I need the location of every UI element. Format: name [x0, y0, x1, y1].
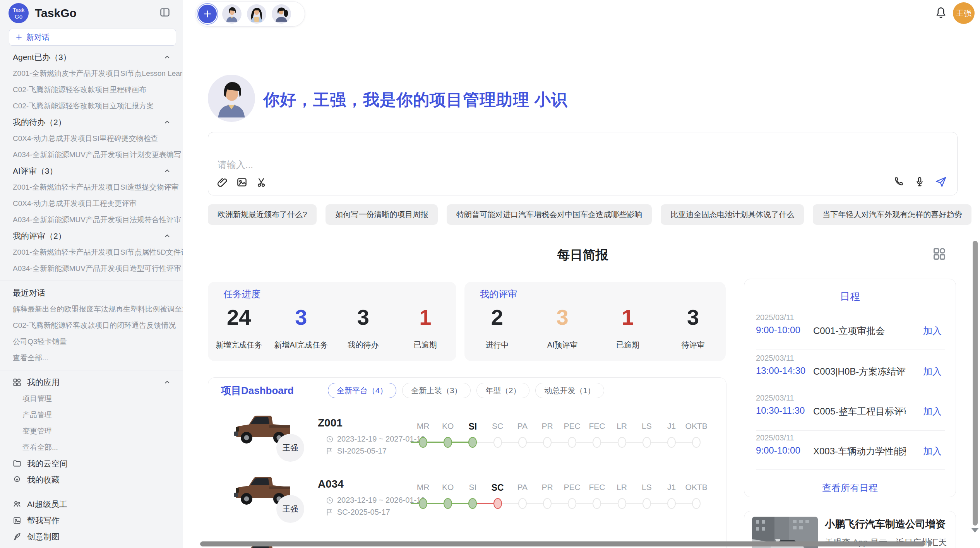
- join-meeting-link[interactable]: 加入: [923, 445, 942, 457]
- scissors-icon[interactable]: [255, 176, 267, 188]
- app-item-product-mgmt[interactable]: 产品管理: [0, 407, 183, 423]
- suggestion-chips: 欧洲新规最近颁布了什么? 如何写一份清晰的项目周报 特朗普可能对进口汽车增税会对…: [208, 204, 966, 225]
- voice-call-icon[interactable]: [893, 176, 905, 188]
- agent-avatar[interactable]: [272, 4, 291, 24]
- horizontal-scrollbar[interactable]: [200, 541, 925, 546]
- suggestion-chip[interactable]: 比亚迪全固态电池计划具体说了什么: [661, 204, 804, 225]
- scroll-down-arrow[interactable]: [971, 528, 979, 533]
- divider: [756, 430, 945, 431]
- recent-conversation-item[interactable]: 解释最新出台的欧盟报废车法规再生塑料比例被调至15%...: [0, 301, 183, 317]
- recent-conversation-item[interactable]: 公司Q3轻卡销量: [0, 334, 183, 350]
- dashboard-tabs: 全新平台（4） 全新上装（3） 年型（2） 动总开发（1）: [328, 383, 604, 398]
- tab-powertrain[interactable]: 动总开发（1）: [535, 383, 604, 398]
- daily-briefing-title: 每日简报: [208, 247, 958, 264]
- divider: [0, 492, 183, 492]
- sidebar-section-my-review[interactable]: 我的评审（2）: [0, 228, 183, 244]
- tab-new-platform[interactable]: 全新平台（4）: [328, 383, 396, 398]
- people-icon: [12, 500, 22, 509]
- join-meeting-link[interactable]: 加入: [923, 365, 942, 378]
- milestone-dot: [444, 437, 452, 448]
- message-input[interactable]: 请输入...: [208, 132, 958, 195]
- sidebar-item-creative-draw[interactable]: 创意制图: [0, 529, 183, 545]
- suggestion-chip[interactable]: 当下年轻人对汽车外观有怎样的喜好趋势: [813, 204, 971, 225]
- sidebar-item-cloud-space[interactable]: 我的云空间: [0, 456, 183, 472]
- new-chat-button[interactable]: 新对话: [9, 29, 176, 46]
- sidebar-item-help-write[interactable]: 帮我写作: [0, 512, 183, 529]
- conversation-item[interactable]: C02-飞腾新能源轻客改款项目立项汇报方案: [0, 98, 183, 114]
- sidebar-collapse-icon[interactable]: [159, 7, 170, 19]
- divider: [0, 281, 183, 281]
- task-progress-card: 任务进度 24新增完成任务 3新增AI完成任务 3我的待办 1已逾期: [208, 282, 456, 361]
- agent-switcher: [195, 1, 305, 27]
- conversation-item[interactable]: C02-飞腾新能源轻客改款项目里程碑画布: [0, 82, 183, 98]
- stat-label: AI预评审: [530, 340, 595, 350]
- milestone-dot: [543, 498, 552, 509]
- milestone-dot: [667, 498, 676, 509]
- schedule-time: 13:00-14:30: [756, 365, 805, 376]
- schedule-event-title: X003-车辆动力学性能验...: [813, 445, 906, 457]
- project-row[interactable]: 王强 Z001 2023-12-19 ~ 2027-01-19 SI-2025-…: [208, 407, 726, 468]
- join-meeting-link[interactable]: 加入: [923, 325, 942, 337]
- add-agent-button[interactable]: [198, 5, 217, 23]
- conversation-item[interactable]: Z001-全新燃油轻卡产品开发项目SI节点属性5D文件评审: [0, 244, 183, 260]
- user-avatar[interactable]: 王强: [953, 2, 975, 24]
- stat-label: 已逾期: [394, 340, 457, 350]
- conversation-item[interactable]: C0X4-动力总成开发项目工程变更评审: [0, 195, 183, 212]
- news-title: 小鹏飞行汽车制造公司增资: [825, 517, 946, 531]
- join-meeting-link[interactable]: 加入: [923, 405, 942, 418]
- view-all-conversations[interactable]: 查看全部...: [0, 350, 183, 366]
- view-all-schedule-link[interactable]: 查看所有日程: [744, 482, 956, 494]
- recent-conversation-item[interactable]: C02-飞腾新能源轻客改款项目的闭环通告反馈情况: [0, 317, 183, 334]
- tab-model-year[interactable]: 年型（2）: [476, 383, 529, 398]
- agent-avatar[interactable]: [247, 4, 266, 24]
- briefing-layout-icon[interactable]: [932, 247, 947, 263]
- sidebar-item-my-apps[interactable]: 我的应用: [0, 374, 183, 390]
- scroll-right-arrow[interactable]: [928, 539, 933, 547]
- schedule-date: 2025/03/11: [756, 313, 794, 322]
- sidebar-section-my-todo[interactable]: 我的待办（2）: [0, 114, 183, 130]
- conversation-item[interactable]: Z001-全新燃油轻卡产品开发项目SI造型提交物评审: [0, 179, 183, 195]
- suggestion-chip[interactable]: 欧洲新规最近颁布了什么?: [208, 204, 317, 225]
- sidebar-section-agent-done[interactable]: Agent已办（3）: [0, 49, 183, 65]
- assistant-avatar: [208, 75, 255, 122]
- app-title: TaskGo: [35, 7, 159, 20]
- stat-label: 进行中: [464, 340, 530, 350]
- conversation-item[interactable]: Z001-全新燃油皮卡产品开发项目SI节点Lesson Learn报告: [0, 65, 183, 82]
- dashboard-title: 项目Dashboard: [221, 384, 294, 397]
- project-row[interactable]: 王强 A034 2023-12-19 ~ 2026-01-19 SC-2025-…: [208, 468, 726, 529]
- conversation-item[interactable]: A034-全新新能源MUV产品开发项目计划变更表编写: [0, 147, 183, 163]
- chevron-up-icon: [164, 379, 170, 385]
- app-logo: Task Go: [9, 3, 29, 23]
- microphone-icon[interactable]: [914, 176, 925, 188]
- tab-new-body[interactable]: 全新上装（3）: [402, 383, 471, 398]
- sidebar-item-favorites[interactable]: 我的收藏: [0, 472, 183, 488]
- conversation-item[interactable]: A034-全新新能源MUV产品开发项目造型可行性评审: [0, 260, 183, 277]
- folder-icon: [12, 459, 22, 468]
- conversation-item[interactable]: C0X4-动力总成开发项目SI里程碑提交物检查: [0, 130, 183, 147]
- conversation-item[interactable]: A034-全新新能源MUV产品开发项目法规符合性评审: [0, 212, 183, 228]
- sidebar-item-ai-staff[interactable]: AI超级员工: [0, 496, 183, 512]
- stat-value: 3: [270, 303, 332, 331]
- star-badge-icon: [12, 475, 22, 485]
- logo-text-bottom: Go: [15, 13, 22, 20]
- suggestion-chip[interactable]: 如何写一份清晰的项目周报: [326, 204, 438, 225]
- agent-avatar[interactable]: [222, 4, 242, 24]
- attachment-icon[interactable]: [217, 176, 228, 188]
- image-upload-icon[interactable]: [236, 176, 248, 188]
- milestone-dot: [568, 437, 576, 448]
- milestone-dot: [518, 437, 527, 448]
- notification-bell-icon[interactable]: [934, 6, 948, 21]
- sidebar-section-ai-review[interactable]: AI评审（3）: [0, 163, 183, 179]
- send-icon[interactable]: [935, 176, 947, 188]
- stat-value: 24: [208, 303, 270, 331]
- schedule-event-title: C005-整车工程目标评审: [813, 405, 906, 418]
- suggestion-chip[interactable]: 特朗普可能对进口汽车增税会对中国车企造成哪些影响: [447, 204, 652, 225]
- divider: [756, 390, 945, 390]
- sidebar-list: Agent已办（3） Z001-全新燃油皮卡产品开发项目SI节点Lesson L…: [0, 49, 183, 545]
- vertical-scrollbar[interactable]: [973, 241, 978, 526]
- app-item-change-mgmt[interactable]: 变更管理: [0, 423, 183, 439]
- app-item-project-mgmt[interactable]: 项目管理: [0, 390, 183, 407]
- view-all-apps[interactable]: 查看全部...: [0, 439, 183, 456]
- milestone-dot: [692, 437, 701, 448]
- project-code: A034: [318, 478, 344, 490]
